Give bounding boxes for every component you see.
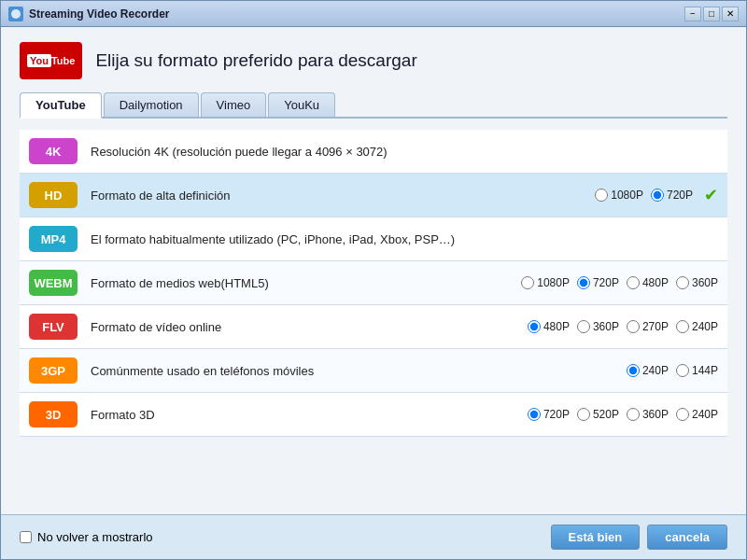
badge-3gp: 3GP — [29, 357, 78, 384]
dialog-footer: No volver a mostrarlo Está bien cancela — [1, 514, 746, 559]
logo-you: You — [27, 54, 51, 67]
label-webm-1080p: 1080P — [537, 276, 570, 289]
cancel-button[interactable]: cancela — [647, 525, 727, 550]
options-webm: 1080P 720P 480P 360P — [521, 276, 718, 289]
maximize-button[interactable]: □ — [703, 7, 720, 21]
tab-youtube[interactable]: YouTube — [20, 92, 102, 119]
desc-4k: Resolución 4K (resolución puede llegar a… — [91, 145, 718, 159]
main-window: Streaming Video Recorder − □ ✕ YouTube E… — [0, 0, 747, 560]
radio-3d-520p[interactable]: 520P — [577, 408, 619, 421]
format-row-flv: FLV Formato de vídeo online 480P 360P 27… — [20, 305, 727, 349]
window-title: Streaming Video Recorder — [29, 7, 170, 21]
radio-hd-1080p[interactable]: 1080P — [595, 189, 643, 202]
badge-mp4: MP4 — [29, 226, 78, 252]
title-bar: Streaming Video Recorder − □ ✕ — [1, 1, 746, 27]
no-show-again-label: No volver a mostrarlo — [37, 530, 153, 544]
window-controls: − □ ✕ — [684, 7, 739, 21]
radio-3gp-144p[interactable]: 144P — [676, 364, 718, 377]
radio-webm-360p[interactable]: 360P — [676, 276, 718, 289]
format-row-4k: 4K Resolución 4K (resolución puede llega… — [20, 130, 727, 174]
label-webm-480p: 480P — [642, 276, 669, 289]
svg-point-0 — [11, 9, 21, 19]
format-row-3d: 3D Formato 3D 720P 520P 360P — [20, 393, 727, 437]
radio-hd-720p[interactable]: 720P — [651, 189, 693, 202]
badge-webm: WEBM — [29, 270, 78, 296]
label-3d-240p: 240P — [692, 408, 718, 421]
radio-webm-1080p[interactable]: 1080P — [521, 276, 570, 289]
options-hd: 1080P 720P ✔ — [595, 185, 718, 205]
format-row-hd: HD Formato de alta definición 1080P 720P… — [20, 174, 727, 217]
label-flv-360p: 360P — [593, 320, 619, 333]
options-3d: 720P 520P 360P 240P — [528, 408, 718, 421]
no-show-again-checkbox[interactable] — [20, 531, 32, 543]
desc-hd: Formato de alta definición — [91, 189, 595, 203]
label-flv-480p: 480P — [543, 320, 570, 333]
label-3gp-240p: 240P — [642, 364, 669, 377]
desc-3gp: Comúnmente usado en teléfonos móviles — [91, 364, 627, 378]
radio-3d-360p[interactable]: 360P — [627, 408, 669, 421]
minimize-button[interactable]: − — [684, 7, 701, 21]
radio-3gp-240p[interactable]: 240P — [627, 364, 669, 377]
app-icon — [8, 7, 23, 21]
label-webm-720p: 720P — [593, 276, 619, 289]
dialog-header: YouTube Elija su formato preferido para … — [20, 42, 727, 79]
label-flv-270p: 270P — [642, 320, 669, 333]
label-3d-520p: 520P — [593, 408, 619, 421]
label-3d-720p: 720P — [543, 408, 570, 421]
platform-tabs: YouTube Dailymotion Vimeo YouKu — [20, 92, 727, 119]
no-show-again-area: No volver a mostrarlo — [20, 530, 153, 544]
main-content: YouTube Elija su formato preferido para … — [1, 27, 746, 514]
desc-webm: Formato de medios web(HTML5) — [91, 276, 521, 290]
radio-flv-270p[interactable]: 270P — [627, 320, 669, 333]
radio-3d-720p[interactable]: 720P — [528, 408, 570, 421]
badge-4k: 4K — [29, 138, 78, 164]
dialog-title: Elija su formato preferido para descarga… — [95, 50, 416, 71]
tab-dailymotion[interactable]: Dailymotion — [104, 92, 199, 117]
badge-hd: HD — [29, 182, 78, 208]
desc-flv: Formato de vídeo online — [91, 320, 528, 334]
ok-button[interactable]: Está bien — [551, 525, 641, 550]
label-hd-720p: 720P — [667, 189, 693, 202]
footer-buttons: Está bien cancela — [551, 525, 728, 550]
radio-webm-720p[interactable]: 720P — [577, 276, 619, 289]
desc-3d: Formato 3D — [91, 408, 528, 422]
badge-flv: FLV — [29, 314, 78, 340]
format-row-3gp: 3GP Comúnmente usado en teléfonos móvile… — [20, 349, 727, 393]
tab-youku[interactable]: YouKu — [268, 92, 335, 117]
radio-flv-240p[interactable]: 240P — [676, 320, 718, 333]
tab-vimeo[interactable]: Vimeo — [201, 92, 267, 117]
radio-3d-240p[interactable]: 240P — [676, 408, 718, 421]
youtube-logo: YouTube — [20, 42, 82, 79]
label-3d-360p: 360P — [642, 408, 669, 421]
logo-tube: Tube — [51, 55, 75, 66]
label-flv-240p: 240P — [692, 320, 718, 333]
format-row-webm: WEBM Formato de medios web(HTML5) 1080P … — [20, 261, 727, 305]
label-hd-1080p: 1080P — [611, 189, 643, 202]
badge-3d: 3D — [29, 401, 78, 427]
desc-mp4: El formato habitualmente utilizado (PC, … — [91, 232, 718, 246]
hd-selected-check: ✔ — [704, 185, 718, 205]
label-3gp-144p: 144P — [692, 364, 718, 377]
title-bar-left: Streaming Video Recorder — [8, 7, 170, 21]
radio-flv-360p[interactable]: 360P — [577, 320, 619, 333]
options-3gp: 240P 144P — [627, 364, 718, 377]
format-list: 4K Resolución 4K (resolución puede llega… — [20, 130, 727, 437]
radio-flv-480p[interactable]: 480P — [528, 320, 570, 333]
label-webm-360p: 360P — [692, 276, 718, 289]
radio-webm-480p[interactable]: 480P — [627, 276, 669, 289]
close-button[interactable]: ✕ — [722, 7, 739, 21]
options-flv: 480P 360P 270P 240P — [528, 320, 718, 333]
format-row-mp4: MP4 El formato habitualmente utilizado (… — [20, 217, 727, 261]
